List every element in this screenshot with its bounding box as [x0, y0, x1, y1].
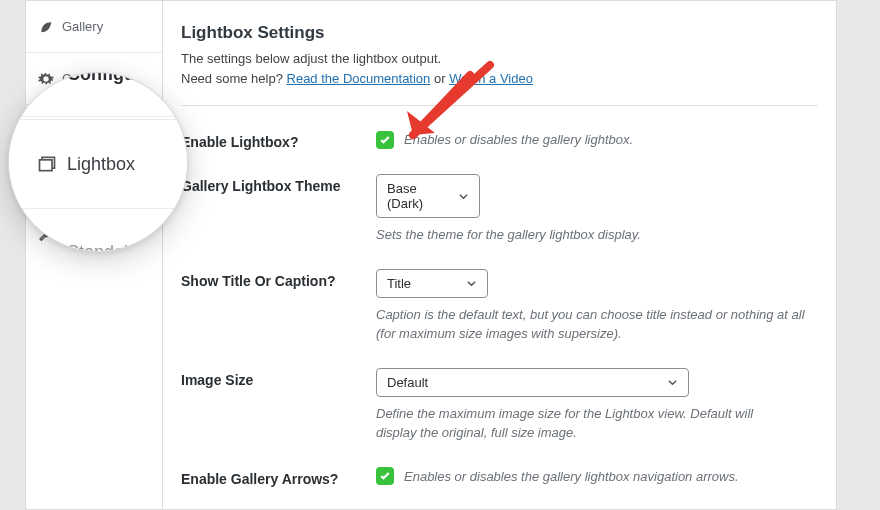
select-value: Default — [387, 375, 428, 390]
help-image-size: Define the maximum image size for the Li… — [376, 405, 796, 443]
help-lightbox-theme: Sets the theme for the gallery lightbox … — [376, 226, 818, 245]
row-image-size: Image Size Default Define the maximum im… — [181, 344, 818, 443]
help-show-title: Caption is the default text, but you can… — [376, 306, 806, 344]
lightbox-icon — [37, 154, 57, 174]
row-show-title: Show Title Or Caption? Title Caption is … — [181, 245, 818, 344]
magnified-lightbox: Lightbox — [9, 119, 187, 209]
lightbox-theme-select[interactable]: Base (Dark) — [376, 174, 480, 218]
show-title-select[interactable]: Title — [376, 269, 488, 298]
chevron-down-icon — [466, 278, 477, 289]
row-enable-lightbox: Enable Lightbox? Enables or disables the… — [181, 106, 818, 150]
gallery-arrows-checkbox[interactable] — [376, 467, 394, 485]
image-size-select[interactable]: Default — [376, 368, 689, 397]
chevron-down-icon — [667, 377, 678, 388]
leaf-icon — [38, 19, 54, 35]
doc-link[interactable]: Read the Documentation — [287, 71, 431, 86]
label-enable-lightbox: Enable Lightbox? — [181, 130, 376, 150]
video-link[interactable]: Watch a Video — [449, 71, 533, 86]
chevron-down-icon — [458, 191, 469, 202]
settings-panel: Gallery Configure Lightbox Standalone Mi… — [25, 0, 837, 510]
check-icon — [379, 470, 391, 482]
magnifier-overlay: Configure Lightbox Standalone — [8, 72, 188, 252]
intro-text: The settings below adjust the lightbox o… — [181, 49, 818, 89]
label-image-size: Image Size — [181, 368, 376, 388]
label-lightbox-theme: Gallery Lightbox Theme — [181, 174, 376, 194]
select-value: Title — [387, 276, 411, 291]
check-icon — [379, 134, 391, 146]
row-lightbox-theme: Gallery Lightbox Theme Base (Dark) Sets … — [181, 150, 818, 245]
help-gallery-arrows: Enables or disables the gallery lightbox… — [404, 469, 739, 484]
enable-lightbox-checkbox[interactable] — [376, 131, 394, 149]
svg-rect-5 — [40, 160, 53, 171]
label-show-title: Show Title Or Caption? — [181, 269, 376, 289]
sidebar-item-gallery[interactable]: Gallery — [26, 1, 162, 53]
select-value: Base (Dark) — [387, 181, 450, 211]
page-title: Lightbox Settings — [181, 23, 818, 43]
settings-main: Lightbox Settings The settings below adj… — [163, 1, 836, 509]
label-gallery-arrows: Enable Gallery Arrows? — [181, 467, 376, 487]
sidebar-item-label: Gallery — [62, 19, 103, 34]
help-enable-lightbox: Enables or disables the gallery lightbox… — [404, 132, 633, 147]
row-gallery-arrows: Enable Gallery Arrows? Enables or disabl… — [181, 443, 818, 487]
